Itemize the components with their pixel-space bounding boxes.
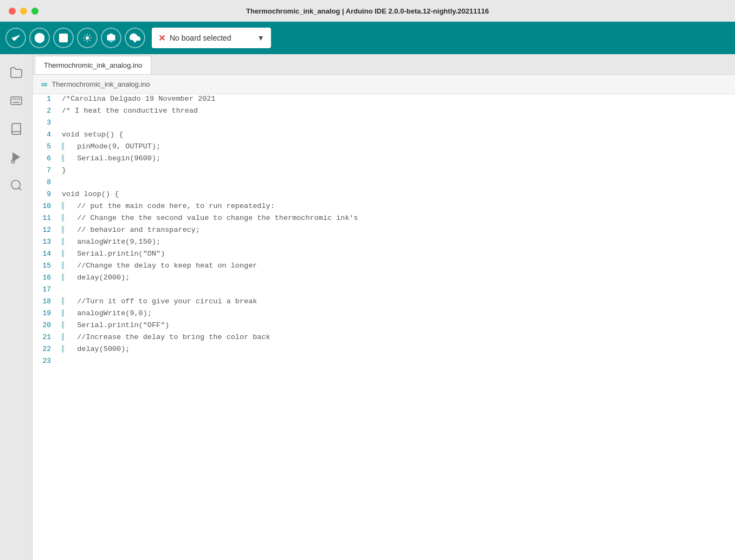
code-line: 10 // put the main code here, to run rep… xyxy=(33,201,735,213)
line-number: 22 xyxy=(33,345,60,353)
traffic-lights xyxy=(9,8,38,15)
line-number: 9 xyxy=(33,190,60,198)
tab-bar: Thermochromic_ink_analog.ino xyxy=(33,54,735,75)
editor-area: Thermochromic_ink_analog.ino ∞ Thermochr… xyxy=(33,54,735,560)
main-layout: Thermochromic_ink_analog.ino ∞ Thermochr… xyxy=(0,54,735,560)
line-number: 6 xyxy=(33,154,60,162)
line-number: 1 xyxy=(33,95,60,103)
tab-label: Thermochromic_ink_analog.ino xyxy=(44,61,142,69)
line-content: Serial.begin(9600); xyxy=(60,154,735,162)
line-content: analogWrite(9,0); xyxy=(60,309,735,317)
code-line: 12 // behavior and transparecy; xyxy=(33,225,735,237)
line-content: analogWrite(9,150); xyxy=(60,238,735,246)
line-content: //Change the delay to keep heat on longe… xyxy=(60,262,735,270)
board-dropdown-arrow: ▼ xyxy=(257,34,265,42)
svg-point-18 xyxy=(11,180,20,189)
code-line: 14 Serial.println("ON") xyxy=(33,249,735,261)
code-line: 15 //Change the delay to keep heat on lo… xyxy=(33,261,735,273)
svg-line-19 xyxy=(18,188,21,190)
code-line: 21 //Increase the delay to bring the col… xyxy=(33,333,735,344)
sidebar-item-sketchbook[interactable] xyxy=(3,60,29,86)
board-selector[interactable]: ✕ No board selected ▼ xyxy=(152,28,271,48)
debugger-button[interactable] xyxy=(77,28,98,48)
line-content: } xyxy=(60,166,735,174)
line-number: 21 xyxy=(33,333,60,341)
code-line: 23 xyxy=(33,356,735,368)
sketch-button[interactable] xyxy=(53,28,74,48)
line-number: 20 xyxy=(33,321,60,329)
code-line: 3 xyxy=(33,118,735,130)
title-bar: Thermochromic_ink_analog | Arduino IDE 2… xyxy=(0,0,735,22)
code-line: 2/* I heat the conductive thread xyxy=(33,106,735,118)
line-content: /*Carolina Delgado 19 November 2021 xyxy=(60,95,735,103)
line-content: //Increase the delay to bring the color … xyxy=(60,333,735,341)
file-header: ∞ Thermochromic_ink_analog.ino xyxy=(33,75,735,94)
sidebar-item-boards[interactable] xyxy=(3,88,29,114)
line-content: // Change the the second value to change… xyxy=(60,214,735,222)
line-content: Serial.println("OFF") xyxy=(60,321,735,329)
line-number: 17 xyxy=(33,285,60,294)
code-line: 13 analogWrite(9,150); xyxy=(33,237,735,249)
code-line: 8 xyxy=(33,178,735,190)
line-content: //Turn it off to give your circui a brea… xyxy=(60,297,735,305)
maximize-button[interactable] xyxy=(31,8,38,15)
line-number: 15 xyxy=(33,262,60,270)
line-number: 11 xyxy=(33,214,60,222)
code-line: 9void loop() { xyxy=(33,190,735,201)
close-button[interactable] xyxy=(9,8,16,15)
editor-tab[interactable]: Thermochromic_ink_analog.ino xyxy=(35,56,151,74)
code-line: 19 analogWrite(9,0); xyxy=(33,309,735,321)
line-number: 19 xyxy=(33,309,60,317)
download-button[interactable] xyxy=(125,28,145,48)
line-number: 23 xyxy=(33,357,60,365)
line-content: pinMode(9, OUTPUT); xyxy=(60,142,735,151)
infinity-icon: ∞ xyxy=(41,80,47,89)
line-number: 13 xyxy=(33,238,60,246)
window-title: Thermochromic_ink_analog | Arduino IDE 2… xyxy=(246,7,489,15)
code-line: 1/*Carolina Delgado 19 November 2021 xyxy=(33,94,735,106)
line-number: 5 xyxy=(33,142,60,151)
sidebar-item-search[interactable] xyxy=(3,172,29,198)
line-number: 12 xyxy=(33,226,60,234)
line-content: void setup() { xyxy=(60,131,735,139)
line-content: void loop() { xyxy=(60,190,735,198)
code-line: 20 Serial.println("OFF") xyxy=(33,321,735,333)
code-line: 5 pinMode(9, OUTPUT); xyxy=(33,142,735,154)
line-content: // behavior and transparecy; xyxy=(60,226,735,234)
line-number: 10 xyxy=(33,202,60,210)
line-content: // put the main code here, to run repeat… xyxy=(60,202,735,210)
board-selector-text: No board selected xyxy=(170,34,253,42)
code-line: 18 //Turn it off to give your circui a b… xyxy=(33,297,735,309)
sidebar-item-debug[interactable] xyxy=(3,144,29,170)
line-number: 2 xyxy=(33,107,60,115)
code-line: 22 delay(5000); xyxy=(33,344,735,356)
line-number: 4 xyxy=(33,131,60,139)
line-content: delay(5000); xyxy=(60,345,735,353)
svg-rect-10 xyxy=(11,97,22,105)
code-line: 6 Serial.begin(9600); xyxy=(33,154,735,166)
upload-programmer-button[interactable] xyxy=(101,28,121,48)
svg-marker-16 xyxy=(12,152,20,162)
line-number: 3 xyxy=(33,119,60,127)
file-header-name: Thermochromic_ink_analog.ino xyxy=(51,80,150,88)
line-content: /* I heat the conductive thread xyxy=(60,107,735,115)
line-number: 18 xyxy=(33,297,60,305)
line-number: 14 xyxy=(33,250,60,258)
code-line: 11 // Change the the second value to cha… xyxy=(33,213,735,225)
board-error-icon: ✕ xyxy=(158,33,165,43)
code-line: 17 xyxy=(33,285,735,297)
code-line: 4void setup() { xyxy=(33,130,735,142)
line-number: 8 xyxy=(33,178,60,186)
sidebar xyxy=(0,54,33,560)
line-content: delay(2000); xyxy=(60,274,735,282)
code-editor[interactable]: 1/*Carolina Delgado 19 November 20212/* … xyxy=(33,94,735,560)
code-line: 7} xyxy=(33,166,735,178)
minimize-button[interactable] xyxy=(20,8,27,15)
upload-button[interactable] xyxy=(29,28,50,48)
code-line: 16 delay(2000); xyxy=(33,273,735,285)
line-number: 16 xyxy=(33,274,60,282)
svg-point-6 xyxy=(86,37,89,40)
sidebar-item-libraries[interactable] xyxy=(3,116,29,142)
verify-button[interactable] xyxy=(5,28,26,48)
toolbar: ✕ No board selected ▼ xyxy=(0,22,735,54)
